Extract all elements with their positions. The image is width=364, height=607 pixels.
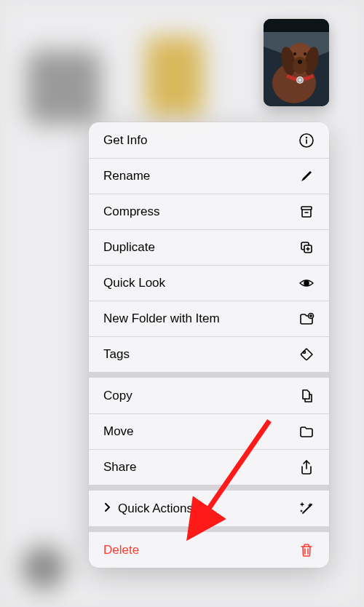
move-item[interactable]: Move bbox=[89, 413, 329, 449]
menu-separator bbox=[89, 526, 329, 532]
menu-item-label: Quick Look bbox=[103, 276, 298, 290]
copy-docs-icon bbox=[298, 388, 314, 404]
svg-point-8 bbox=[298, 60, 302, 64]
menu-item-label: Get Info bbox=[103, 133, 298, 148]
compress-item[interactable]: Compress bbox=[89, 194, 329, 229]
eye-icon bbox=[298, 275, 314, 291]
context-menu: Get Info Rename Compress Duplicate Quick… bbox=[89, 122, 329, 568]
menu-group-3: Quick Actions bbox=[89, 491, 329, 526]
menu-separator bbox=[89, 485, 329, 491]
delete-item[interactable]: Delete bbox=[89, 532, 329, 568]
pencil-icon bbox=[298, 168, 314, 184]
svg-point-10 bbox=[304, 52, 306, 55]
svg-point-7 bbox=[293, 57, 307, 74]
svg-point-26 bbox=[304, 352, 306, 354]
folder-icon bbox=[298, 424, 314, 440]
copy-item[interactable]: Copy bbox=[89, 378, 329, 413]
menu-item-label: Compress bbox=[103, 205, 298, 219]
svg-point-14 bbox=[306, 137, 307, 138]
menu-group-2: Copy Move Share bbox=[89, 378, 329, 485]
svg-rect-16 bbox=[301, 207, 312, 210]
tag-icon bbox=[298, 346, 314, 362]
menu-separator bbox=[89, 372, 329, 378]
dog-photo-icon bbox=[264, 19, 329, 106]
new-folder-with-item[interactable]: New Folder with Item bbox=[89, 301, 329, 336]
menu-item-label: Quick Actions bbox=[118, 501, 298, 516]
menu-item-label: Delete bbox=[103, 543, 298, 558]
menu-item-label: New Folder with Item bbox=[103, 312, 298, 326]
quick-look-item[interactable]: Quick Look bbox=[89, 265, 329, 301]
menu-group-4: Delete bbox=[89, 532, 329, 568]
quick-actions-item[interactable]: Quick Actions bbox=[89, 491, 329, 526]
folder-plus-icon bbox=[298, 311, 314, 327]
svg-point-9 bbox=[293, 52, 296, 55]
svg-point-22 bbox=[304, 281, 309, 285]
duplicate-icon bbox=[298, 239, 314, 255]
trash-icon bbox=[298, 542, 314, 558]
archive-icon bbox=[298, 204, 314, 220]
svg-rect-2 bbox=[264, 19, 329, 32]
share-item[interactable]: Share bbox=[89, 449, 329, 485]
share-icon bbox=[298, 459, 314, 475]
tags-item[interactable]: Tags bbox=[89, 336, 329, 372]
info-icon bbox=[298, 132, 314, 148]
chevron-right-icon bbox=[103, 501, 111, 516]
sparkle-wand-icon bbox=[298, 501, 314, 517]
menu-item-label: Duplicate bbox=[103, 240, 298, 255]
rename-item[interactable]: Rename bbox=[89, 158, 329, 194]
file-thumbnail[interactable] bbox=[264, 19, 329, 106]
menu-item-label: Tags bbox=[103, 347, 298, 362]
menu-item-label: Move bbox=[103, 424, 298, 439]
menu-group-1: Get Info Rename Compress Duplicate Quick… bbox=[89, 122, 329, 372]
menu-item-label: Share bbox=[103, 460, 298, 475]
menu-item-label: Copy bbox=[103, 389, 298, 403]
menu-item-label: Rename bbox=[103, 169, 298, 183]
duplicate-item[interactable]: Duplicate bbox=[89, 229, 329, 265]
get-info-item[interactable]: Get Info bbox=[89, 122, 329, 158]
